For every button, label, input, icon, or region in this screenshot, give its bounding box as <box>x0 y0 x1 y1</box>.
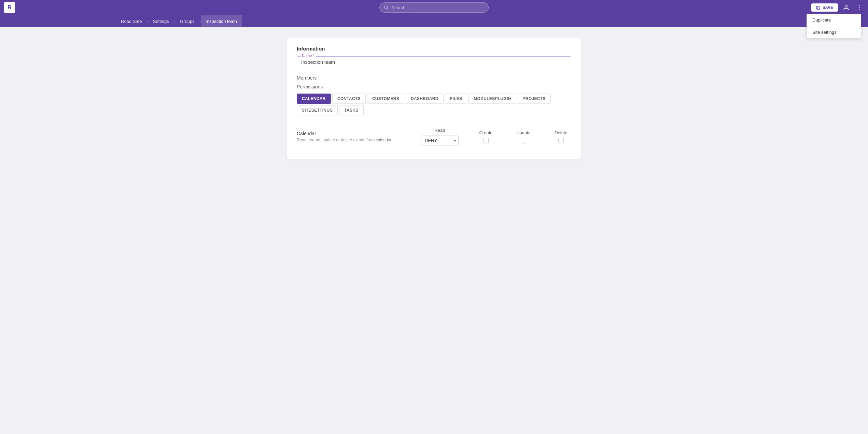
read-header: Read <box>434 128 445 133</box>
create-checkbox[interactable] <box>483 138 489 143</box>
delete-header: Delete <box>555 130 568 135</box>
subnav-items: Road Safe › Settings › Groups › Inspecti… <box>116 15 242 27</box>
perm-tab-dashboard[interactable]: DASHBOARD <box>406 94 444 104</box>
read-dropdown-wrapper: DENY ALLOW ▾ <box>421 136 459 145</box>
delete-checkbox[interactable] <box>558 138 564 143</box>
create-header: Create <box>479 130 492 135</box>
context-menu: Duplicate Site settings <box>807 14 861 39</box>
members-label: Members <box>297 75 571 81</box>
subnav: Road Safe › Settings › Groups › Inspecti… <box>0 15 868 27</box>
svg-line-1 <box>387 9 388 10</box>
perm-info: Calendar Read, create, update or delete … <box>297 131 421 142</box>
subnav-item-groups[interactable]: Groups <box>175 15 199 27</box>
update-checkbox[interactable] <box>521 138 526 143</box>
calendar-perm-row: Calendar Read, create, update or delete … <box>297 122 571 151</box>
subnav-item-inspection-team[interactable]: Inspection team <box>201 15 242 27</box>
perm-tabs: CALENDAR CONTACTS CUSTOMERS DASHBOARD FI… <box>297 94 571 115</box>
perm-tab-calendar[interactable]: CALENDAR <box>297 94 331 104</box>
name-field-label: Name * <box>300 54 316 58</box>
svg-point-3 <box>859 5 860 6</box>
subnav-item-road-safe[interactable]: Road Safe <box>116 15 146 27</box>
context-menu-site-settings[interactable]: Site settings <box>807 26 861 38</box>
perm-tab-sitesettings[interactable]: SITESETTINGS <box>297 105 338 115</box>
search-input[interactable] <box>391 5 484 10</box>
perm-tab-projects[interactable]: PROJECTS <box>518 94 551 104</box>
svg-point-0 <box>384 6 388 9</box>
perm-tab-contacts[interactable]: CONTACTS <box>332 94 366 104</box>
perm-tab-modulesplugin[interactable]: MODULESPLUGIN <box>468 94 516 104</box>
save-icon <box>816 5 821 10</box>
search-bar <box>379 2 489 13</box>
information-title: Information <box>297 46 571 52</box>
more-icon <box>856 4 863 11</box>
perm-tab-customers[interactable]: CUSTOMERS <box>367 94 404 104</box>
perm-tab-tasks[interactable]: TASKS <box>339 105 363 115</box>
save-label: SAVE <box>822 5 833 10</box>
svg-point-5 <box>859 9 860 10</box>
user-button[interactable] <box>841 3 851 12</box>
save-button[interactable]: SAVE <box>811 3 838 12</box>
app-logo[interactable]: R <box>4 2 15 13</box>
name-field-group: Name * <box>297 56 571 68</box>
topbar: R SAVE <box>0 0 868 15</box>
permissions-label: Permissions <box>297 84 571 89</box>
update-header: Update <box>516 130 531 135</box>
context-menu-duplicate[interactable]: Duplicate <box>807 14 861 26</box>
name-input[interactable] <box>301 59 567 65</box>
main-card: Information Name * Members Permissions C… <box>287 38 581 159</box>
read-dropdown[interactable]: DENY ALLOW <box>421 136 459 145</box>
subnav-item-settings[interactable]: Settings <box>148 15 174 27</box>
perm-name: Calendar <box>297 131 421 136</box>
more-options-button[interactable] <box>854 3 864 12</box>
svg-point-4 <box>859 7 860 8</box>
perm-table: Calendar Read, create, update or delete … <box>297 122 571 151</box>
user-icon <box>843 4 850 11</box>
svg-point-2 <box>845 5 848 8</box>
main-content: Information Name * Members Permissions C… <box>0 27 868 170</box>
perm-tab-files[interactable]: FILES <box>445 94 467 104</box>
search-icon <box>384 5 389 10</box>
topbar-right: SAVE <box>811 3 864 12</box>
perm-desc: Read, create, update or delete events fr… <box>297 138 421 142</box>
